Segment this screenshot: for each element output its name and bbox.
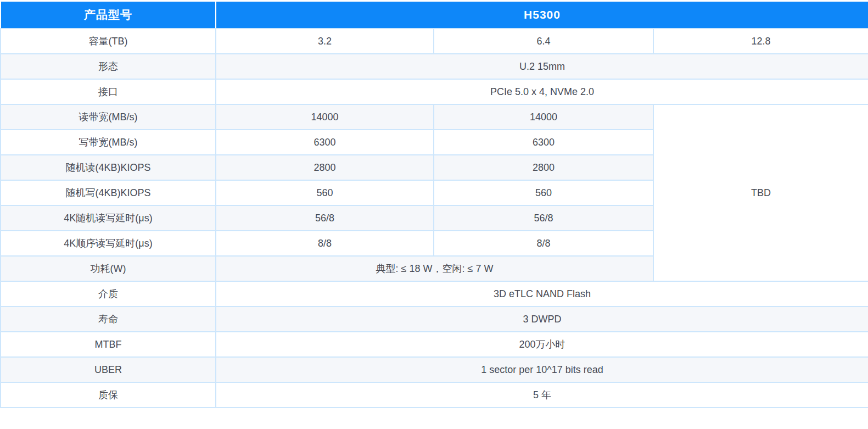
spec-value-cell: 8/8 <box>434 231 653 256</box>
spec-label-cell: 质保 <box>1 382 216 408</box>
spec-value-cell: 560 <box>434 180 653 205</box>
spec-label-cell: 容量(TB) <box>1 29 216 54</box>
spec-table-body: 容量(TB)3.26.412.8形态U.2 15mm接口PCIe 5.0 x 4… <box>1 29 868 408</box>
spec-label-cell: 4K随机读写延时(μs) <box>1 205 216 231</box>
spec-value-cell: PCIe 5.0 x 4, NVMe 2.0 <box>216 79 868 104</box>
table-row: 读带宽(MB/s)1400014000TBD <box>1 104 868 130</box>
spec-value-cell: 14000 <box>434 104 653 130</box>
table-row: 质保5 年 <box>1 382 868 408</box>
spec-value-cell: 3 DWPD <box>216 307 868 332</box>
spec-label-cell: 接口 <box>1 79 216 104</box>
spec-label-cell: 读带宽(MB/s) <box>1 104 216 130</box>
table-row: 寿命3 DWPD <box>1 307 868 332</box>
spec-value-cell: 3.2 <box>216 29 434 54</box>
spec-label-cell: 随机写(4KB)KIOPS <box>1 180 216 205</box>
spec-label-cell: 4K顺序读写延时(μs) <box>1 231 216 256</box>
spec-value-cell: 560 <box>216 180 434 205</box>
spec-value-cell: 56/8 <box>434 205 653 231</box>
spec-value-cell: 典型: ≤ 18 W，空闲: ≤ 7 W <box>216 256 653 281</box>
spec-value-cell: 5 年 <box>216 382 868 408</box>
table-row: MTBF200万小时 <box>1 332 868 357</box>
spec-label-cell: 寿命 <box>1 307 216 332</box>
spec-value-cell: 8/8 <box>216 231 434 256</box>
spec-value-cell: 12.8 <box>653 29 868 54</box>
header-model: H5300 <box>216 1 868 29</box>
spec-value-cell: 14000 <box>216 104 434 130</box>
spec-label-cell: MTBF <box>1 332 216 357</box>
spec-label-cell: 形态 <box>1 54 216 79</box>
table-row: 介质3D eTLC NAND Flash <box>1 281 868 307</box>
spec-value-cell: 6300 <box>216 130 434 155</box>
spec-value-cell: U.2 15mm <box>216 54 868 79</box>
spec-value-cell: 3D eTLC NAND Flash <box>216 281 868 307</box>
spec-value-cell: 2800 <box>216 155 434 180</box>
table-row: UBER1 sector per 10^17 bits read <box>1 357 868 382</box>
header-product-label: 产品型号 <box>1 1 216 29</box>
spec-label-cell: UBER <box>1 357 216 382</box>
table-header-row: 产品型号 H5300 <box>1 1 868 29</box>
spec-label-cell: 写带宽(MB/s) <box>1 130 216 155</box>
spec-value-cell: 1 sector per 10^17 bits read <box>216 357 868 382</box>
spec-label-cell: 介质 <box>1 281 216 307</box>
spec-value-cell: 56/8 <box>216 205 434 231</box>
spec-value-cell: TBD <box>653 104 868 281</box>
spec-table: 产品型号 H5300 容量(TB)3.26.412.8形态U.2 15mm接口P… <box>0 1 868 408</box>
table-row: 形态U.2 15mm <box>1 54 868 79</box>
spec-value-cell: 6.4 <box>434 29 653 54</box>
spec-label-cell: 随机读(4KB)KIOPS <box>1 155 216 180</box>
table-row: 接口PCIe 5.0 x 4, NVMe 2.0 <box>1 79 868 104</box>
spec-value-cell: 200万小时 <box>216 332 868 357</box>
spec-value-cell: 6300 <box>434 130 653 155</box>
table-row: 容量(TB)3.26.412.8 <box>1 29 868 54</box>
spec-value-cell: 2800 <box>434 155 653 180</box>
spec-label-cell: 功耗(W) <box>1 256 216 281</box>
